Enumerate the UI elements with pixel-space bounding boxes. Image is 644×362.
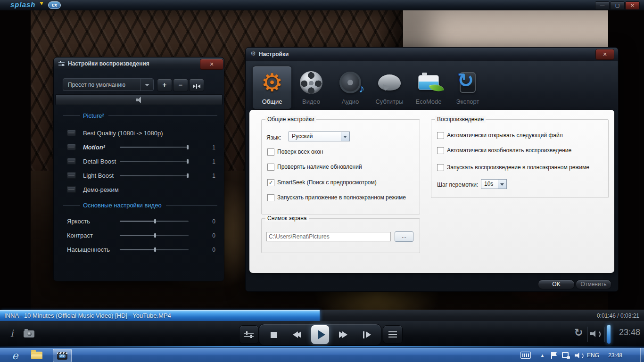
seek-bar[interactable]: INNA - 10 Minutes (Official Music Video)… [0, 310, 644, 321]
browse-button[interactable]: ... [395, 231, 413, 242]
stop-button[interactable] [264, 326, 283, 344]
window-maximize-button[interactable]: ▢ [610, 1, 625, 10]
tab-label: Видео [292, 98, 330, 105]
tab-general[interactable]: ⚙ Общие [253, 66, 291, 109]
screenshot-group-title: Снимок экрана [265, 215, 309, 222]
option-value: 1 [204, 144, 215, 151]
checkbox-label: Запускать приложение в полноэкранном реж… [277, 194, 406, 201]
step-forward-button[interactable] [357, 326, 376, 344]
toggle-icon[interactable] [67, 144, 76, 150]
basic-video-section-header[interactable]: Основные настройки видео [54, 202, 224, 208]
screenshot-path-input[interactable] [266, 232, 391, 241]
contrast-slider[interactable] [120, 235, 189, 236]
show-desktop-button[interactable] [640, 348, 644, 362]
taskbar-ie-button[interactable]: e [8, 350, 23, 361]
play-button[interactable] [311, 325, 329, 344]
player-control-bar: i ↻ 23:48 [0, 321, 644, 347]
toggle-icon[interactable] [67, 186, 76, 193]
language-indicator[interactable]: ENG [587, 352, 599, 359]
cancel-button[interactable]: Отменить [576, 280, 611, 289]
general-group-title: Общие настройки [265, 116, 316, 123]
tab-label: EcoMode [409, 98, 448, 105]
tab-audio[interactable]: ♪ Аудио [331, 66, 370, 109]
detail-boost-slider[interactable] [120, 161, 189, 162]
tab-export[interactable]: ↻ Экспорт [448, 66, 487, 109]
playback-panel-close-button[interactable]: ✕ [200, 59, 223, 70]
speaker-icon [136, 97, 143, 103]
window-minimize-button[interactable]: — [595, 1, 610, 10]
tab-subtitles[interactable]: Субтитры [370, 66, 409, 109]
light-boost-slider[interactable] [120, 175, 189, 176]
time-display: 0:01:46 / 0:03:21 [597, 313, 639, 319]
gear-icon: ⚙ [250, 50, 256, 57]
logo-cursor-icon [40, 0, 44, 5]
preset-dropdown[interactable]: Пресет по умолчанию [63, 78, 154, 91]
language-select[interactable]: Русский [289, 132, 350, 141]
repeat-icon[interactable]: ↻ [574, 327, 583, 339]
volume-icon[interactable] [590, 330, 597, 337]
taskbar-splash-button[interactable]: ex [53, 349, 72, 362]
internet-explorer-icon: e [12, 350, 18, 362]
playlist-button[interactable] [383, 325, 403, 344]
tab-video[interactable]: Видео [292, 66, 330, 109]
option-light-boost[interactable]: Light Boost 1 [54, 171, 224, 181]
audio-speaker-icon: ♪ [339, 72, 361, 93]
settings-dialog-close-button[interactable]: ✕ [595, 49, 614, 60]
info-icon[interactable]: i [10, 328, 13, 339]
tray-show-hidden-button[interactable]: ▲ [540, 353, 545, 358]
ok-button[interactable]: OK [538, 280, 575, 289]
option-value: 1 [204, 158, 215, 165]
option-brightness[interactable]: Яркость 0 [54, 216, 224, 227]
tab-label: Общие [253, 98, 291, 105]
settings-dialog-titlebar[interactable]: ⚙ Настройки ✕ [246, 48, 618, 61]
window-close-button[interactable]: ✕ [625, 1, 640, 10]
action-center-flag-icon[interactable] [551, 352, 557, 359]
playback-settings-button[interactable] [239, 325, 259, 344]
option-label: Motion² [83, 144, 105, 151]
seek-step-select[interactable]: 10s [481, 179, 507, 189]
next-button[interactable] [334, 326, 353, 344]
option-best-quality[interactable]: Best Quality (1080i -> 1080p) [54, 128, 224, 139]
keyboard-icon [520, 352, 531, 359]
tab-audio-settings[interactable] [56, 95, 222, 105]
option-demo-mode[interactable]: Демо-режим [54, 185, 224, 195]
network-icon[interactable] [562, 352, 570, 359]
speech-bubble-icon [378, 74, 401, 90]
previous-button[interactable] [288, 326, 306, 344]
picture2-section-header[interactable]: Picture² [54, 112, 224, 119]
camera-snapshot-icon[interactable] [24, 330, 34, 337]
brightness-slider[interactable] [120, 221, 189, 222]
checkbox-label: Автоматически возобновлять воспроизведен… [447, 147, 571, 154]
basic-video-section-title: Основные настройки видео [83, 202, 162, 209]
motion2-slider[interactable] [120, 147, 189, 148]
tray-keyboard-button[interactable] [519, 348, 534, 362]
tray-volume-icon[interactable] [575, 353, 581, 358]
playback-panel-titlebar[interactable]: Настройки воспроизведения ✕ [54, 58, 224, 70]
option-motion2[interactable]: Motion² 1 [54, 142, 224, 153]
language-label: Язык: [266, 134, 281, 141]
tab-label: Субтитры [370, 98, 409, 105]
toggle-icon[interactable] [67, 130, 76, 136]
play-icon [318, 330, 325, 339]
checkbox-label: SmartSeek (Поиск с предпросмотром) [277, 179, 377, 186]
preset-reset-button[interactable] [189, 79, 204, 91]
checkbox-label: Поверх всех окон [277, 148, 323, 155]
taskbar-explorer-button[interactable] [29, 350, 44, 361]
toggle-icon[interactable] [67, 158, 76, 165]
chevron-down-icon [498, 180, 506, 189]
toggle-icon[interactable] [67, 172, 76, 179]
saturation-slider[interactable] [120, 249, 189, 250]
checkbox-label: Автоматически открывать следующий файл [447, 132, 563, 139]
playback-group: Воспроизведение Автоматически открывать … [431, 119, 609, 198]
option-contrast[interactable]: Контраст 0 [54, 230, 224, 241]
option-saturation[interactable]: Насыщенность 0 [54, 245, 224, 255]
checkbox-box: ✓ [267, 179, 274, 186]
preset-remove-button[interactable]: – [173, 79, 188, 91]
volume-slider[interactable] [607, 325, 611, 344]
taskbar-clock[interactable]: 23:48 [608, 352, 622, 359]
seek-step-value: 10s [484, 181, 493, 187]
option-detail-boost[interactable]: Detail Boost 1 [54, 156, 224, 167]
tab-ecomode[interactable]: EcoMode [409, 66, 448, 109]
preset-add-button[interactable]: + [157, 79, 172, 91]
tab-label: Аудио [331, 98, 370, 105]
